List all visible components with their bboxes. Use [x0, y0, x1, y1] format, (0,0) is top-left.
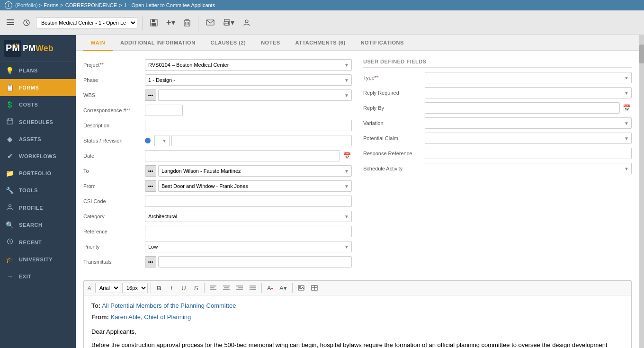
sidebar-item-portfolio[interactable]: 📁 PORTFOLIO — [0, 165, 76, 182]
rte-bold-button[interactable]: B — [154, 283, 164, 293]
rte-font-select[interactable]: Arial — [95, 283, 120, 293]
sidebar-item-schedules[interactable]: SCHEDULES — [0, 113, 76, 131]
sidebar-item-profile[interactable]: PROFILE — [0, 199, 76, 216]
record-selector[interactable]: Boston Medical Center - 1 - Open Le — [36, 17, 137, 28]
correspondence-input[interactable]: 1 — [145, 105, 183, 116]
from-select[interactable]: Best Door and Window - Frank Jones — [158, 180, 352, 192]
sidebar-item-tools[interactable]: 🔧 TOOLS — [0, 182, 76, 199]
to-select[interactable]: Langdon Wilson - Fausto Martinez — [158, 165, 352, 177]
svg-rect-15 — [225, 23, 229, 25]
response-reference-field: Response Reference — [363, 147, 632, 160]
phase-select[interactable]: 1 - Design - — [145, 74, 352, 86]
type-select[interactable] — [425, 72, 632, 83]
from-name: Karen Able, Chief of Planning — [110, 313, 191, 321]
rich-text-editor: A̲ Arial 16px B I U S — [83, 280, 632, 348]
project-label: Project* — [83, 62, 145, 68]
tab-notes[interactable]: NOTES — [253, 35, 287, 51]
date-label: Date — [83, 153, 145, 159]
revision-input[interactable]: 0 — [171, 135, 352, 146]
project-select[interactable]: RVS0104 – Boston Medical Center — [145, 59, 352, 71]
sidebar-item-plans[interactable]: 💡 PLANS — [0, 62, 76, 79]
category-select[interactable]: Architectural — [145, 211, 352, 222]
priority-input-wrap: Low ▼ — [145, 241, 352, 252]
rte-content[interactable]: To: All Potential Members of the Plannin… — [84, 295, 631, 348]
reply-by-calendar[interactable]: 📅 — [622, 103, 632, 113]
record-select[interactable]: Boston Medical Center - 1 - Open Le — [36, 18, 137, 28]
from-prefix: From: — [91, 313, 109, 321]
project-input-wrap: RVS0104 – Boston Medical Center ▼ — [145, 59, 352, 71]
status-label: Status / Revision — [83, 138, 145, 143]
rte-align-right-button[interactable] — [234, 283, 245, 293]
rte-divider-1 — [151, 283, 151, 293]
wbs-input-wrap: ••• ▼ — [145, 89, 352, 101]
rte-justify-button[interactable] — [247, 283, 259, 293]
transmittals-dots-button[interactable]: ••• — [145, 256, 156, 268]
from-dots-button[interactable]: ••• — [145, 180, 156, 192]
breadcrumb-portfolio[interactable]: (Portfolio) — [15, 2, 38, 8]
form-area: Project* RVS0104 – Boston Medical Center… — [76, 51, 639, 348]
schedule-activity-input-wrap: ▼ — [425, 163, 632, 174]
rte-align-center-button[interactable] — [221, 283, 232, 293]
rte-divider-3 — [261, 283, 262, 293]
tab-clauses[interactable]: CLAUSES (2) — [203, 35, 254, 51]
reference-input[interactable] — [145, 226, 352, 237]
save-button[interactable] — [147, 17, 161, 28]
history-button[interactable] — [20, 17, 33, 28]
svg-rect-1 — [7, 22, 14, 23]
tab-main[interactable]: MAIN — [83, 35, 113, 51]
date-input[interactable]: 05-Sep-2010 — [145, 150, 340, 161]
info-icon[interactable]: i — [5, 1, 12, 9]
tab-attachments[interactable]: ATTACHMENTS (6) — [288, 35, 353, 51]
wbs-dots-button[interactable]: ••• — [145, 89, 156, 101]
response-reference-input[interactable] — [425, 148, 632, 159]
from-field: From ••• Best Door and Window - Frank Jo… — [83, 180, 352, 192]
user-button[interactable] — [240, 17, 253, 28]
scrollbar-thumb[interactable] — [639, 45, 644, 63]
to-dots-button[interactable]: ••• — [145, 165, 156, 177]
rte-highlight-button[interactable]: A▾ — [277, 283, 289, 293]
priority-select[interactable]: Low — [145, 241, 352, 252]
csicode-input[interactable] — [145, 196, 352, 207]
scrollbar[interactable] — [639, 35, 644, 348]
variation-input-wrap: ▼ — [425, 117, 632, 129]
svg-rect-2 — [7, 24, 14, 25]
reply-by-input[interactable] — [425, 102, 620, 114]
potential-claim-select[interactable] — [425, 133, 632, 144]
tab-notifications[interactable]: NOTIFICATIONS — [353, 35, 411, 51]
schedule-activity-select[interactable] — [425, 163, 632, 174]
reply-required-select[interactable] — [425, 87, 632, 98]
sidebar-item-workflows[interactable]: ✔ WORKFLOWS — [0, 148, 76, 165]
print-button[interactable]: ▾ — [220, 16, 237, 29]
delete-button[interactable] — [181, 17, 193, 28]
to-recipients-text: All Potential Members of the Planning Co… — [102, 302, 236, 309]
transmittals-input[interactable]: 0 — [158, 256, 352, 268]
sidebar-item-search[interactable]: 🔍 SEARCH — [0, 216, 76, 233]
rte-underline-button[interactable]: U — [179, 283, 189, 293]
tab-additional[interactable]: ADDITIONAL INFORMATION — [113, 35, 203, 51]
rte-table-button[interactable] — [309, 283, 320, 293]
status-select[interactable]: Draft — [154, 135, 170, 146]
rte-image-button[interactable] — [295, 283, 307, 293]
form-left: Project* RVS0104 – Boston Medical Center… — [83, 59, 352, 271]
email-button[interactable] — [203, 18, 217, 27]
sidebar: PM W PMWeb 💡 PLANS 📋 ForMS 💲 COSTS — [0, 35, 76, 348]
csicode-input-wrap — [145, 196, 352, 207]
sidebar-item-costs[interactable]: 💲 COSTS — [0, 96, 76, 113]
variation-select[interactable] — [425, 117, 632, 129]
rte-font-color-button[interactable]: A — [265, 283, 275, 293]
wbs-select[interactable] — [158, 89, 352, 101]
add-button[interactable]: +▾ — [163, 16, 178, 29]
rte-size-select[interactable]: 16px — [122, 283, 148, 293]
rte-divider-2 — [204, 283, 205, 293]
sidebar-item-university[interactable]: 🎓 UNiveRSITY — [0, 251, 76, 268]
sidebar-item-recent[interactable]: RECENT — [0, 233, 76, 251]
rte-strikethrough-button[interactable]: S — [191, 283, 201, 293]
sidebar-item-forms[interactable]: 📋 ForMS — [0, 79, 76, 96]
sidebar-item-assets[interactable]: ◆ ASseTS — [0, 131, 76, 148]
description-input[interactable]: Open Letter to Commitee Applicants — [145, 120, 352, 131]
rte-italic-button[interactable]: I — [166, 283, 177, 293]
calendar-button[interactable]: 📅 — [342, 151, 352, 161]
rte-align-left-button[interactable] — [207, 283, 219, 293]
sidebar-item-exit[interactable]: → EXIT — [0, 268, 76, 285]
list-button[interactable] — [4, 18, 17, 28]
